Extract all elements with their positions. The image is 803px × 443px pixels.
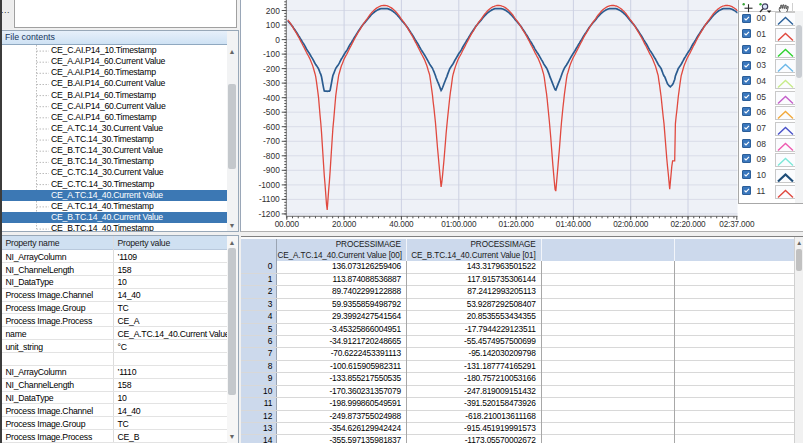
svg-text:-200: -200 [263,64,280,74]
svg-text:-700: -700 [263,136,280,146]
svg-text:02:20.000: 02:20.000 [670,220,706,229]
svg-text:-300: -300 [263,78,280,88]
svg-text:-500: -500 [263,107,280,117]
svg-text:02:00.000: 02:00.000 [613,220,649,229]
svg-text:-1200: -1200 [258,209,280,219]
svg-text:01:40.000: 01:40.000 [556,220,592,229]
svg-text:01:00.000: 01:00.000 [441,220,477,229]
svg-text:01:20.000: 01:20.000 [499,220,535,229]
svg-text:100: 100 [266,20,280,30]
svg-text:-900: -900 [263,165,280,175]
svg-text:20.000: 20.000 [332,220,357,229]
svg-text:-600: -600 [263,122,280,132]
svg-text:-800: -800 [263,151,280,161]
svg-text:-1000: -1000 [258,180,280,190]
svg-text:200: 200 [266,6,280,16]
svg-text:02:37.000: 02:37.000 [719,220,755,229]
svg-text:-1100: -1100 [259,194,280,204]
svg-text:40.000: 40.000 [389,220,414,229]
svg-text:0: 0 [275,35,280,45]
svg-text:-400: -400 [263,93,280,103]
svg-text:-100: -100 [263,49,280,59]
svg-text:00.000: 00.000 [275,220,300,229]
